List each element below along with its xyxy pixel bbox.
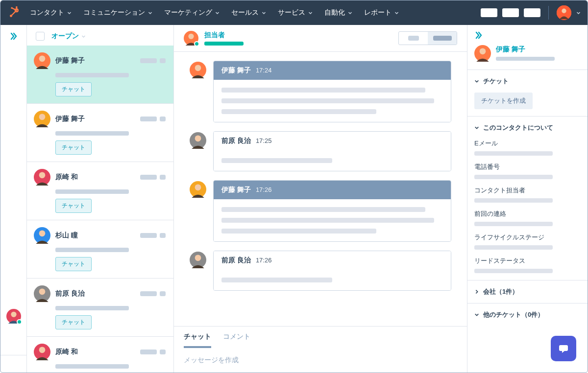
- svg-point-14: [39, 114, 46, 120]
- svg-point-25: [195, 65, 201, 71]
- hubspot-logo[interactable]: [7, 6, 21, 20]
- message-time: 17:26: [256, 256, 272, 264]
- conversation-name: 前原 良治: [55, 289, 85, 298]
- message: 前原 良治17:25: [190, 131, 451, 171]
- avatar: [34, 227, 50, 244]
- nav-pill[interactable]: [481, 8, 497, 17]
- channel-badge: チャット: [55, 82, 92, 96]
- nav-item[interactable]: コミュニケーション: [83, 8, 152, 17]
- left-rail: [0, 25, 27, 373]
- panel-header-other-tickets[interactable]: 他のチケット（0件）: [474, 310, 581, 319]
- top-nav: コンタクトコミュニケーションマーケティングセールスサービス自動化レポート: [0, 0, 588, 25]
- channel-badge: チャット: [55, 315, 92, 329]
- nav-item[interactable]: コンタクト: [30, 8, 72, 17]
- svg-point-18: [39, 230, 46, 236]
- svg-point-29: [195, 184, 201, 190]
- message-time: 17:24: [256, 67, 272, 74]
- nav-item[interactable]: セールス: [231, 8, 266, 17]
- select-all-checkbox[interactable]: [36, 32, 45, 41]
- message-author: 伊藤 舞子: [221, 186, 251, 194]
- message: 前原 良治17:26: [190, 251, 451, 291]
- panel-header-company[interactable]: 会社（1件）: [474, 287, 581, 296]
- contact-avatar[interactable]: [474, 45, 491, 62]
- conversation-name: 杉山 瞳: [55, 231, 78, 240]
- message-time: 17:25: [256, 137, 272, 144]
- nav-pill[interactable]: [524, 8, 540, 17]
- message-author: 前原 良治: [221, 256, 251, 265]
- view-toggle[interactable]: [398, 31, 457, 45]
- channel-badge: チャット: [55, 140, 92, 155]
- svg-point-3: [10, 15, 12, 17]
- svg-point-23: [188, 34, 194, 39]
- chevron-down-icon[interactable]: [576, 11, 581, 15]
- contact-field: Eメール: [474, 139, 581, 156]
- chat-widget-button[interactable]: [551, 336, 576, 361]
- nav-item[interactable]: マーケティング: [164, 8, 220, 17]
- conversation-item[interactable]: 杉山 瞳 チャット: [27, 220, 173, 279]
- nav-pill[interactable]: [502, 8, 519, 17]
- account-avatar[interactable]: [557, 5, 571, 20]
- nav-item[interactable]: レポート: [364, 8, 399, 17]
- svg-point-16: [39, 172, 46, 178]
- conversation-item[interactable]: 前原 良治 チャット: [27, 279, 173, 337]
- channel-badge: チャット: [55, 257, 92, 271]
- context-panel: 伊藤 舞子 チケット チケットを作成 このコンタクトについて Eメール電話番号コ…: [467, 25, 588, 373]
- conversation-item[interactable]: 原崎 和 チャット: [27, 162, 173, 220]
- conversation-name: 原崎 和: [55, 173, 78, 182]
- svg-point-20: [39, 288, 46, 295]
- assignee-avatar[interactable]: [184, 31, 198, 46]
- conversation-item[interactable]: 伊藤 舞子 チャット: [27, 46, 173, 104]
- contact-field: リードステータス: [474, 256, 581, 273]
- panel-header-ticket[interactable]: チケット: [474, 77, 581, 86]
- conversation-item[interactable]: 原崎 和: [27, 337, 173, 373]
- svg-rect-33: [559, 345, 568, 351]
- panel-header-about[interactable]: このコンタクトについて: [474, 123, 581, 132]
- message-input[interactable]: メッセージを作成: [174, 348, 467, 373]
- message-avatar: [190, 181, 206, 198]
- thread-pane: 担当者 伊藤 舞子17:24 前原 良治17:25 伊藤 舞子17:26: [174, 25, 467, 373]
- nav-item[interactable]: サービス: [278, 8, 313, 17]
- message-time: 17:26: [256, 186, 272, 193]
- svg-point-32: [480, 48, 486, 54]
- collapse-panel-icon[interactable]: [474, 31, 581, 41]
- rail-avatar[interactable]: [6, 309, 21, 324]
- contact-field: ライフサイクルステージ: [474, 233, 581, 250]
- svg-point-27: [195, 135, 201, 141]
- conversation-name: 伊藤 舞子: [55, 115, 85, 123]
- conversation-name: 伊藤 舞子: [55, 56, 85, 65]
- contact-field: コンタクト担当者: [474, 186, 581, 203]
- nav-item[interactable]: 自動化: [324, 8, 352, 17]
- contact-field: 電話番号: [474, 163, 581, 179]
- message: 伊藤 舞子17:26: [190, 180, 451, 242]
- avatar: [34, 169, 50, 186]
- status-filter[interactable]: オープン: [51, 32, 86, 41]
- message-author: 伊藤 舞子: [221, 66, 251, 75]
- avatar: [34, 344, 50, 360]
- create-ticket-button[interactable]: チケットを作成: [474, 93, 533, 109]
- composer-tab[interactable]: チャット: [184, 332, 211, 348]
- contact-name-link[interactable]: 伊藤 舞子: [496, 45, 555, 54]
- avatar: [34, 285, 50, 302]
- conversation-item[interactable]: 伊藤 舞子 チャット: [27, 104, 173, 162]
- avatar: [34, 52, 50, 69]
- conversation-list: オープン 伊藤 舞子 チャット 伊藤 舞子 チャット 原崎 和 チャット: [27, 25, 174, 373]
- svg-point-31: [195, 255, 201, 261]
- svg-point-22: [39, 347, 46, 353]
- svg-point-10: [11, 312, 16, 317]
- svg-point-7: [11, 7, 13, 9]
- channel-badge: チャット: [55, 199, 92, 213]
- message: 伊藤 舞子17:24: [190, 61, 451, 122]
- message-avatar: [190, 252, 206, 268]
- composer-tab[interactable]: コメント: [223, 332, 250, 348]
- conversation-name: 原崎 和: [55, 348, 78, 356]
- contact-field: 前回の連絡: [474, 210, 581, 226]
- svg-point-12: [39, 55, 46, 62]
- assignee-label[interactable]: 担当者: [204, 31, 244, 40]
- avatar: [34, 111, 50, 127]
- message-avatar: [190, 62, 206, 78]
- svg-point-5: [16, 6, 18, 8]
- expand-rail-icon[interactable]: [9, 32, 18, 42]
- message-avatar: [190, 132, 206, 149]
- message-author: 前原 良治: [221, 137, 251, 145]
- svg-point-9: [562, 9, 566, 13]
